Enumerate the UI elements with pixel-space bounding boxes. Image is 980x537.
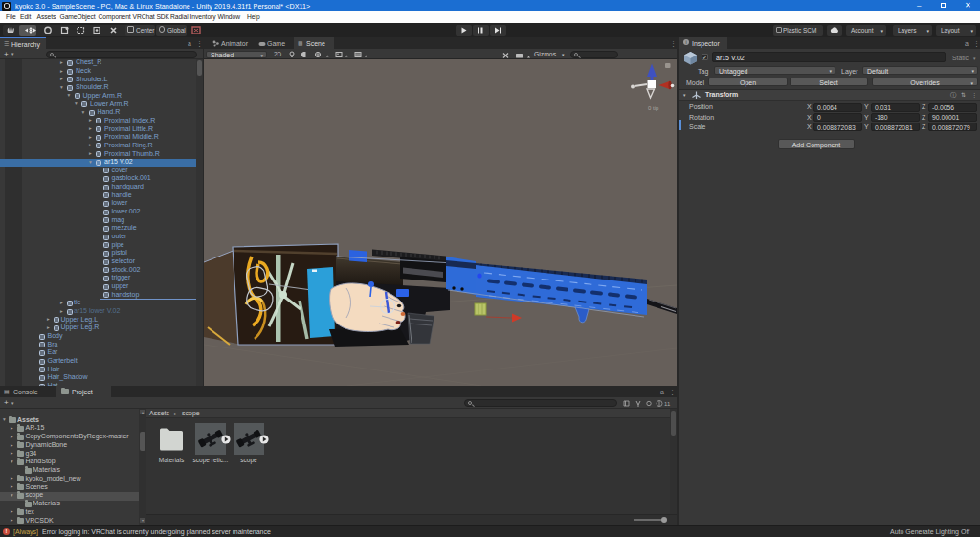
svg-text:11: 11 (664, 401, 671, 407)
svg-text:0 tip: 0 tip (648, 105, 659, 111)
